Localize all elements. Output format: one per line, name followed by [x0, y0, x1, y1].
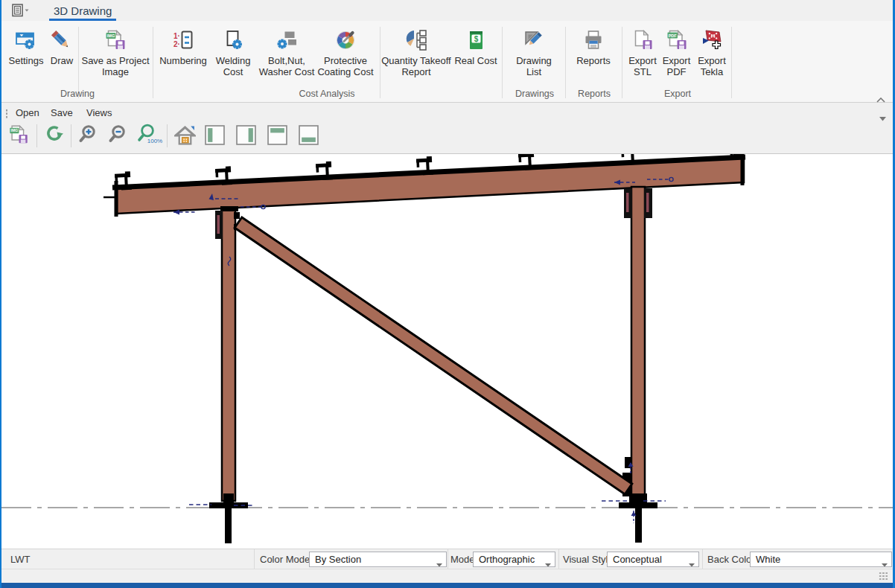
document-gear-icon — [221, 28, 245, 52]
group-label-cost-analysis: Cost Analysis — [299, 89, 354, 99]
3d-frame-drawing — [1, 154, 895, 549]
save-image-button[interactable]: IMG — [4, 121, 33, 151]
toolbar-overflow-chevron-down-icon[interactable] — [879, 111, 886, 115]
refresh-button[interactable] — [42, 121, 67, 151]
window-resize-grip[interactable] — [879, 572, 888, 581]
status-separator — [702, 549, 703, 569]
view-toolbar: Open Save Views IMG — [1, 103, 893, 154]
lwt-status-label: LWT — [10, 554, 30, 565]
svg-text:IMG: IMG — [107, 33, 115, 38]
chevron-down-icon — [689, 558, 695, 562]
bottom-strip — [1, 569, 893, 583]
plates-gear-icon — [275, 28, 299, 52]
bolt-nut-washer-cost-button[interactable]: Bolt,Nut, Washer Cost — [255, 27, 319, 91]
set-square-pencil-icon — [522, 28, 546, 52]
zoom-100-button[interactable]: 100% — [133, 121, 165, 151]
status-separator — [254, 549, 255, 569]
pdf-file-save-icon: PDF — [665, 28, 689, 52]
drawing-list-label: Drawing List — [512, 55, 556, 77]
refresh-icon — [44, 124, 65, 148]
pencil-icon — [50, 28, 74, 52]
diagonal-brace[interactable] — [235, 217, 632, 494]
color-wheel-dropper-icon — [334, 28, 357, 52]
chevron-down-icon — [545, 558, 551, 562]
zoom-100-icon: 100% — [135, 124, 163, 149]
visual-style-label: Visual Style — [563, 554, 614, 565]
back-color-value: White — [756, 554, 780, 565]
application-menu-icon[interactable] — [12, 4, 31, 17]
zoom-in-button[interactable] — [74, 121, 101, 151]
ribbon-collapse-chevron-up-icon[interactable] — [876, 92, 885, 98]
menu-save[interactable]: Save — [45, 105, 78, 121]
mode-value: Orthographic — [479, 554, 535, 565]
view-top-button[interactable] — [266, 121, 288, 151]
protective-coating-cost-label: Protective Coating Cost — [311, 55, 380, 77]
toolbar-grip-handle[interactable] — [5, 109, 8, 119]
right-pile — [635, 508, 642, 543]
app-window: 3D Drawing — [0, 0, 895, 588]
save-as-project-image-label: Save as Project Image — [79, 55, 152, 77]
export-stl-button[interactable]: Export STL — [625, 27, 660, 91]
draw-button[interactable]: Draw — [45, 27, 78, 91]
zoom-in-icon — [77, 124, 98, 148]
settings-label: Settings — [7, 55, 45, 66]
export-pdf-button[interactable]: PDF Export PDF — [660, 27, 693, 91]
group-label-drawings: Drawings — [515, 89, 554, 99]
view-left-button[interactable] — [203, 121, 226, 151]
export-pdf-label: Export PDF — [660, 55, 693, 77]
reports-button[interactable]: Reports — [573, 27, 614, 91]
group-label-drawing: Drawing — [60, 89, 95, 99]
svg-text:100%: 100% — [147, 138, 162, 144]
svg-text:$: $ — [474, 35, 479, 43]
drawing-viewport[interactable] — [1, 154, 893, 549]
toolbar-separator — [167, 124, 168, 147]
back-color-label: Back Color — [707, 554, 755, 565]
svg-text:2·: 2· — [173, 40, 180, 48]
zoom-out-button[interactable] — [104, 121, 131, 151]
quantity-takeoff-report-button[interactable]: Quantity Takeoff Report — [379, 27, 453, 91]
save-as-project-image-button[interactable]: IMG Save as Project Image — [79, 27, 152, 91]
export-tekla-button[interactable]: Export Tekla — [693, 27, 730, 91]
draw-label: Draw — [45, 55, 78, 66]
reports-label: Reports — [573, 55, 614, 66]
real-cost-button[interactable]: $ Real Cost — [452, 27, 500, 91]
export-tekla-label: Export Tekla — [693, 55, 730, 77]
image-file-save-icon: IMG — [7, 124, 30, 149]
numbering-label: Numbering — [154, 55, 212, 66]
ribbon-group-separator — [731, 27, 732, 98]
back-color-select[interactable]: White — [750, 552, 892, 567]
welding-cost-button[interactable]: Welding Cost — [211, 27, 255, 91]
left-column[interactable] — [209, 206, 248, 543]
ribbon-group-separator — [153, 27, 153, 98]
numbering-button[interactable]: 1· 2· Numbering — [154, 27, 212, 91]
mode-select[interactable]: Orthographic — [473, 552, 555, 567]
status-separator — [558, 549, 559, 569]
group-label-export: Export — [664, 89, 691, 99]
home-view-button[interactable] — [171, 121, 199, 151]
printer-icon — [582, 28, 605, 52]
settings-button[interactable]: Settings — [7, 27, 45, 91]
drawing-list-button[interactable]: Drawing List — [512, 27, 556, 91]
svg-text:1·: 1· — [173, 32, 180, 40]
protective-coating-cost-button[interactable]: Protective Coating Cost — [311, 27, 380, 91]
color-mode-select[interactable]: By Section — [309, 552, 447, 567]
image-file-save-icon: IMG — [103, 28, 127, 52]
tab-3d-drawing[interactable]: 3D Drawing — [49, 1, 116, 21]
numbered-list-icon: 1· 2· — [171, 28, 195, 52]
visual-style-select[interactable]: Conceptual — [607, 552, 699, 567]
tab-bar: 3D Drawing — [1, 0, 893, 21]
menu-open[interactable]: Open — [10, 105, 45, 121]
view-top-icon — [267, 125, 287, 148]
toolbar-separator — [71, 124, 71, 147]
window-bottom-border — [1, 583, 893, 588]
chevron-down-icon — [436, 558, 442, 562]
view-bottom-button[interactable] — [297, 121, 319, 151]
color-mode-label: Color Mode — [260, 554, 310, 565]
tekla-logo-icon — [700, 28, 724, 52]
menu-views[interactable]: Views — [81, 105, 117, 121]
svg-text:PDF: PDF — [668, 33, 677, 38]
svg-text:IMG: IMG — [11, 128, 19, 132]
zoom-out-icon — [107, 124, 128, 148]
toolbar-separator — [36, 124, 37, 147]
view-right-button[interactable] — [235, 121, 257, 151]
